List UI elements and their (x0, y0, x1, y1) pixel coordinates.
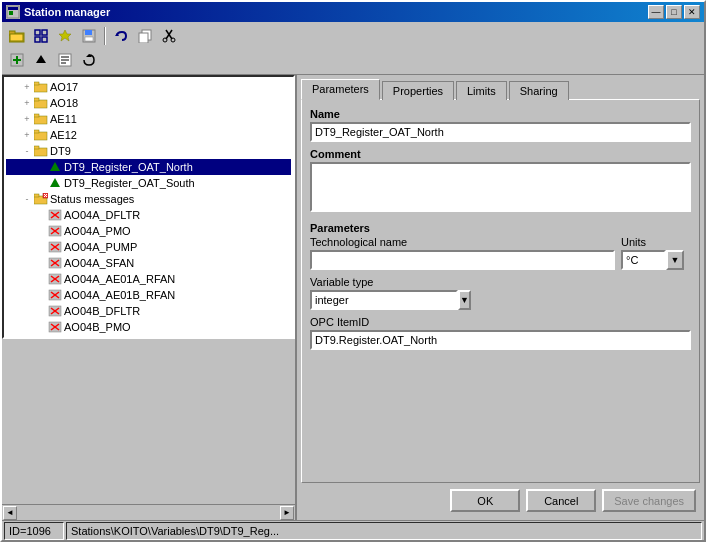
svg-rect-35 (34, 114, 39, 117)
units-select-wrapper: ▼ (621, 250, 691, 270)
tree-hscrollbar[interactable]: ◄ ► (2, 504, 295, 520)
svg-rect-33 (34, 98, 39, 101)
comment-textarea[interactable] (310, 162, 691, 212)
svg-rect-7 (42, 30, 47, 35)
tree-label-ao04a-ae01a-rfan: AO04A_AE01A_RFAN (64, 273, 175, 285)
red-x-icon-ao04a-dfltr (48, 208, 62, 222)
tree-item-dt9[interactable]: - DT9 (6, 143, 291, 159)
expander-ao04b-pmo (34, 320, 48, 334)
tree-item-ao04a-dfltr[interactable]: AO04A_DFLTR (6, 207, 291, 223)
svg-rect-12 (85, 30, 92, 35)
techname-field: Technological name (310, 236, 615, 270)
svg-rect-13 (85, 37, 93, 41)
opcitemid-input[interactable] (310, 330, 691, 350)
scroll-right-button[interactable]: ► (280, 506, 294, 520)
titlebar-left: Station manager (6, 5, 110, 19)
svg-rect-37 (34, 130, 39, 133)
expander-ae11[interactable]: + (20, 112, 34, 126)
tab-sharing[interactable]: Sharing (509, 81, 569, 100)
titlebar-buttons: — □ ✕ (648, 5, 700, 19)
name-input[interactable] (310, 122, 691, 142)
tree-label-ao04a-sfan: AO04A_SFAN (64, 257, 134, 269)
cut-button[interactable] (158, 25, 180, 47)
ok-button[interactable]: OK (450, 489, 520, 512)
expander-dt9[interactable]: - (20, 144, 34, 158)
tree-item-ao04a-pmo[interactable]: AO04A_PMO (6, 223, 291, 239)
tree-view[interactable]: + AO17 + AO18 (2, 75, 295, 504)
save-button[interactable] (78, 25, 100, 47)
status-id-field: ID=1096 (4, 522, 64, 540)
add-button[interactable] (6, 49, 28, 71)
techname-units-row: Technological name Units ▼ (310, 236, 691, 270)
tree-item-ao04a-ae01a-rfan[interactable]: AO04A_AE01A_RFAN (6, 271, 291, 287)
tabs-bar: Parameters Properties Limits Sharing (301, 79, 700, 100)
svg-rect-1 (8, 7, 18, 10)
expander-ae12[interactable]: + (20, 128, 34, 142)
tree-item-ae12[interactable]: + AE12 (6, 127, 291, 143)
units-dropdown-button[interactable]: ▼ (666, 250, 684, 270)
tree-label-status-messages: Status messages (50, 193, 134, 205)
minimize-button[interactable]: — (648, 5, 664, 19)
green-triangle-icon-south (48, 176, 62, 190)
tree-item-ao04b-dfltr[interactable]: AO04B_DFLTR (6, 303, 291, 319)
tab-parameters-content: Name Comment Parameters Technological na… (301, 99, 700, 483)
cancel-button[interactable]: Cancel (526, 489, 596, 512)
tree-item-ao04b-pmo[interactable]: AO04B_PMO (6, 319, 291, 335)
parameters-section-label: Parameters (310, 222, 691, 234)
tree-item-dt9-reg-oat-north[interactable]: DT9_Register_OAT_North (6, 159, 291, 175)
tree-label-ao04a-pmo: AO04A_PMO (64, 225, 131, 237)
grid-button[interactable] (30, 25, 52, 47)
up-arrow-button[interactable] (30, 49, 52, 71)
opcitemid-group: OPC ItemID (310, 316, 691, 350)
comment-group: Comment (310, 148, 691, 212)
expander-ao18[interactable]: + (20, 96, 34, 110)
red-x-icon-ao04a-pump (48, 240, 62, 254)
svg-marker-24 (36, 55, 46, 63)
restore-button[interactable]: □ (666, 5, 682, 19)
svg-rect-5 (10, 34, 23, 41)
expander-dt9-north (34, 160, 48, 174)
units-input[interactable] (621, 250, 666, 270)
close-button[interactable]: ✕ (684, 5, 700, 19)
save-changes-button[interactable]: Save changes (602, 489, 696, 512)
expander-ao04a-pump (34, 240, 48, 254)
vartype-input[interactable] (310, 290, 458, 310)
tree-item-ao04a-sfan[interactable]: AO04A_SFAN (6, 255, 291, 271)
tree-item-ao04a-pump[interactable]: AO04A_PUMP (6, 239, 291, 255)
expander-status[interactable]: - (20, 192, 34, 206)
tree-item-dt9-reg-oat-south[interactable]: DT9_Register_OAT_South (6, 175, 291, 191)
right-panel: Parameters Properties Limits Sharing Nam… (297, 75, 704, 520)
copy-button[interactable] (134, 25, 156, 47)
open-folder-button[interactable] (6, 25, 28, 47)
toolbar-row2 (4, 48, 702, 72)
status-path-field: Stations\KOITO\Variables\DT9\DT9_Reg... (66, 522, 702, 540)
tab-properties[interactable]: Properties (382, 81, 454, 100)
expander-ao04a-pmo (34, 224, 48, 238)
scroll-left-button[interactable]: ◄ (3, 506, 17, 520)
undo-button[interactable] (110, 25, 132, 47)
name-group: Name (310, 108, 691, 142)
refresh-button[interactable] (78, 49, 100, 71)
expander-dt9-south (34, 176, 48, 190)
techname-input[interactable] (310, 250, 615, 270)
svg-marker-10 (59, 30, 71, 41)
red-x-icon-ao04a-sfan (48, 256, 62, 270)
properties-button[interactable] (54, 49, 76, 71)
expander-ao04a-sfan (34, 256, 48, 270)
tree-label-ao04a-dfltr: AO04A_DFLTR (64, 209, 140, 221)
tree-item-ao04a-ae01b-rfan[interactable]: AO04A_AE01B_RFAN (6, 287, 291, 303)
tab-parameters[interactable]: Parameters (301, 79, 380, 100)
red-x-icon-ao04b-pmo (48, 320, 62, 334)
folder-icon-ae12 (34, 128, 48, 142)
tree-item-ao18[interactable]: + AO18 (6, 95, 291, 111)
expander-ao17[interactable]: + (20, 80, 34, 94)
folder-icon-ao18 (34, 96, 48, 110)
tree-item-status-messages[interactable]: - Status messages (6, 191, 291, 207)
star-button[interactable] (54, 25, 76, 47)
tab-limits[interactable]: Limits (456, 81, 507, 100)
tree-label-ao04b-pmo: AO04B_PMO (64, 321, 131, 333)
tree-item-ae11[interactable]: + AE11 (6, 111, 291, 127)
tree-item-ao17[interactable]: + AO17 (6, 79, 291, 95)
svg-rect-39 (34, 146, 39, 149)
vartype-dropdown-button[interactable]: ▼ (458, 290, 471, 310)
